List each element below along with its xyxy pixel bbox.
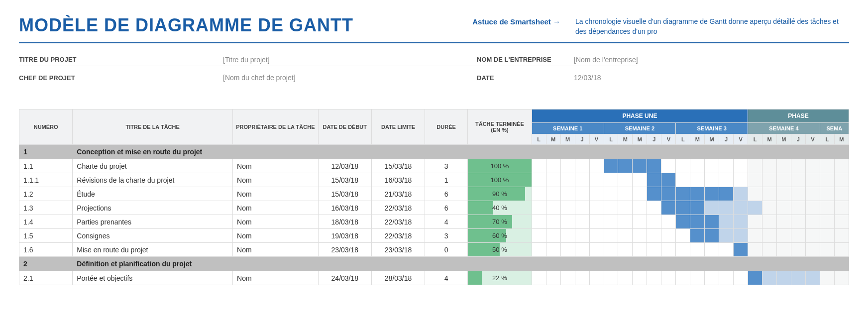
- gantt-cell: [676, 159, 690, 173]
- task-end[interactable]: 23/03/18: [371, 243, 425, 257]
- day-cell: [834, 145, 849, 159]
- task-pct[interactable]: 60 %: [468, 229, 532, 243]
- day-cell: [661, 257, 676, 271]
- gantt-cell: [791, 271, 805, 285]
- task-owner[interactable]: Nom: [233, 201, 319, 215]
- task-row[interactable]: 1.1.1Révisions de la charte du projetNom…: [19, 173, 849, 187]
- gantt-cell: [647, 201, 661, 215]
- task-title[interactable]: Projections: [73, 201, 233, 215]
- col-pct: TÂCHE TERMINÉE (EN %): [468, 109, 532, 145]
- task-pct[interactable]: 50 %: [468, 243, 532, 257]
- project-title-value[interactable]: [Titre du projet]: [223, 56, 270, 64]
- day-cell: [834, 257, 849, 271]
- gantt-cell: [575, 215, 589, 229]
- task-owner[interactable]: Nom: [233, 229, 319, 243]
- day-header: M: [834, 134, 849, 145]
- task-end[interactable]: 15/03/18: [371, 159, 425, 173]
- gantt-cell: [532, 187, 546, 201]
- gantt-cell: [805, 243, 820, 257]
- gantt-cell: [676, 243, 690, 257]
- gantt-cell: [661, 187, 676, 201]
- task-start[interactable]: 24/03/18: [318, 271, 371, 285]
- day-header: J: [575, 134, 589, 145]
- col-start: DATE DE DÉBUT: [318, 109, 371, 145]
- tip-box: Astuce de Smartsheet → La chronologie vi…: [472, 15, 849, 36]
- gantt-cell: [676, 187, 690, 201]
- company-value[interactable]: [Nom de l'entreprise]: [574, 56, 638, 64]
- task-pct[interactable]: 90 %: [468, 187, 532, 201]
- task-end[interactable]: 22/03/18: [371, 201, 425, 215]
- task-title[interactable]: Portée et objectifs: [73, 271, 233, 285]
- task-duration[interactable]: 3: [425, 229, 468, 243]
- gantt-cell: [820, 215, 834, 229]
- task-title[interactable]: Révisions de la charte du projet: [73, 173, 233, 187]
- gantt-cell: [633, 201, 647, 215]
- task-duration[interactable]: 4: [425, 215, 468, 229]
- task-start[interactable]: 23/03/18: [318, 243, 371, 257]
- task-duration[interactable]: 1: [425, 173, 468, 187]
- day-cell: [575, 257, 589, 271]
- task-pct[interactable]: 40 %: [468, 201, 532, 215]
- gantt-cell: [633, 229, 647, 243]
- task-start[interactable]: 15/03/18: [318, 173, 371, 187]
- col-dur: DURÉE: [425, 109, 468, 145]
- task-pct[interactable]: 22 %: [468, 271, 532, 285]
- task-row[interactable]: 1.4Parties prenantesNom18/03/1822/03/184…: [19, 215, 849, 229]
- task-pct[interactable]: 100 %: [468, 159, 532, 173]
- task-end[interactable]: 22/03/18: [371, 215, 425, 229]
- gantt-cell: [719, 159, 734, 173]
- task-row[interactable]: 1.2ÉtudeNom15/03/1821/03/18690 %: [19, 187, 849, 201]
- task-pct[interactable]: 100 %: [468, 173, 532, 187]
- gantt-cell: [791, 173, 805, 187]
- task-start[interactable]: 12/03/18: [318, 159, 371, 173]
- task-num: 1.3: [19, 201, 73, 215]
- gantt-cell: [734, 201, 748, 215]
- gantt-cell: [604, 215, 618, 229]
- gantt-cell: [762, 159, 777, 173]
- task-duration[interactable]: 0: [425, 243, 468, 257]
- task-end[interactable]: 21/03/18: [371, 187, 425, 201]
- task-owner[interactable]: Nom: [233, 187, 319, 201]
- task-end[interactable]: 22/03/18: [371, 229, 425, 243]
- task-owner[interactable]: Nom: [233, 243, 319, 257]
- day-cell: [575, 145, 589, 159]
- task-title[interactable]: Consignes: [73, 229, 233, 243]
- task-owner[interactable]: Nom: [233, 215, 319, 229]
- tip-label[interactable]: Astuce de Smartsheet →: [472, 17, 560, 36]
- day-cell: [791, 145, 805, 159]
- task-row[interactable]: 2.1Portée et objectifsNom24/03/1828/03/1…: [19, 271, 849, 285]
- task-row[interactable]: 1.5ConsignesNom19/03/1822/03/18360 %: [19, 229, 849, 243]
- task-pct[interactable]: 70 %: [468, 215, 532, 229]
- gantt-cell: [820, 243, 834, 257]
- task-title[interactable]: Parties prenantes: [73, 215, 233, 229]
- day-cell: [805, 145, 820, 159]
- task-row[interactable]: 1.6Mise en route du projetNom23/03/1823/…: [19, 243, 849, 257]
- task-start[interactable]: 19/03/18: [318, 229, 371, 243]
- task-end[interactable]: 16/03/18: [371, 173, 425, 187]
- task-start[interactable]: 18/03/18: [318, 215, 371, 229]
- task-duration[interactable]: 6: [425, 187, 468, 201]
- task-start[interactable]: 15/03/18: [318, 187, 371, 201]
- gantt-table: NUMÉROTITRE DE LA TÂCHEPROPRIÉTAIRE DE L…: [19, 109, 849, 285]
- gantt-cell: [834, 201, 849, 215]
- col-owner: PROPRIÉTAIRE DE LA TÂCHE: [233, 109, 319, 145]
- task-start[interactable]: 16/03/18: [318, 201, 371, 215]
- task-duration[interactable]: 3: [425, 159, 468, 173]
- date-value[interactable]: 12/03/18: [574, 74, 601, 82]
- week-2: SEMAINE 2: [604, 123, 676, 134]
- task-owner[interactable]: Nom: [233, 173, 319, 187]
- task-duration[interactable]: 4: [425, 271, 468, 285]
- gantt-cell: [633, 271, 647, 285]
- task-end[interactable]: 28/03/18: [371, 271, 425, 285]
- task-title[interactable]: Charte du projet: [73, 159, 233, 173]
- task-duration[interactable]: 6: [425, 201, 468, 215]
- task-title[interactable]: Mise en route du projet: [73, 243, 233, 257]
- task-row[interactable]: 1.3ProjectionsNom16/03/1822/03/18640 %: [19, 201, 849, 215]
- gantt-cell: [748, 215, 762, 229]
- task-owner[interactable]: Nom: [233, 271, 319, 285]
- gantt-cell: [805, 215, 820, 229]
- task-row[interactable]: 1.1Charte du projetNom12/03/1815/03/1831…: [19, 159, 849, 173]
- task-title[interactable]: Étude: [73, 187, 233, 201]
- task-owner[interactable]: Nom: [233, 159, 319, 173]
- project-manager-value[interactable]: [Nom du chef de projet]: [223, 74, 296, 82]
